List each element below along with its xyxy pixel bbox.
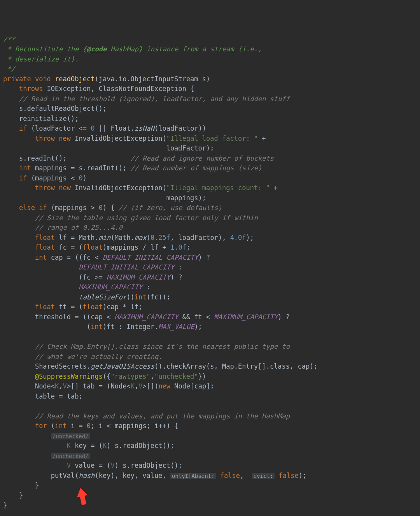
call: readObject [131,462,170,469]
static-call: hash [79,472,95,479]
type: InvalidObjectException [75,184,162,192]
var: s [115,442,119,450]
keyword: if [19,124,27,132]
var: cap [51,254,63,261]
code-editor[interactable]: /** * Reconstitute the {@code HashMap} i… [3,35,417,511]
type: Node [110,382,126,390]
var: cap [298,362,310,370]
var: mappings [35,174,67,182]
keyword: throw [35,184,55,192]
type: ClassNotFoundException [99,85,186,93]
number: 4.0f [230,234,246,241]
call: readObject [122,442,162,450]
generic: K [103,442,107,450]
javadoc-tag: @code [87,45,107,53]
call: readInt [87,164,115,172]
var: mappings [166,194,198,202]
keyword: throws [19,85,43,93]
keyword: new [59,135,71,142]
var: loadFactor [166,144,206,152]
constant: MAX_VALUE [158,323,194,331]
call: readInt [27,154,55,162]
var: lf [59,234,66,241]
constant: MAXIMUM_CAPACITY [107,273,170,281]
keyword: float [35,234,55,241]
comment: // Read number of mappings (size) [131,164,262,172]
var: i [71,422,75,430]
type: Node [174,382,190,390]
string: "rawtypes" [110,373,150,380]
var: mappings [35,164,67,172]
comment: // Read in the threshold (ignored), load… [19,95,290,103]
var: loadFactor [158,124,198,132]
comment: // Read and ignore number of buckets [131,154,274,162]
keyword: new [59,184,71,192]
generic: K [55,382,59,390]
keyword: new [158,382,170,390]
number: 0 [87,422,91,430]
type: IOException [47,85,91,93]
string: "Illegal load factor: " [166,135,258,142]
var: lf [150,243,158,251]
static-call: isNaN [135,124,154,132]
keyword: else [19,204,35,212]
param-hint: onlyIfAbsent: [170,473,216,479]
type: Entry [238,362,258,370]
var: key [99,472,111,479]
keyword: private [3,75,31,83]
type: InvalidObjectException [75,135,162,142]
static-call: getJavaOISAccess [91,362,154,370]
keyword: float [83,243,103,251]
keyword: float [35,303,55,311]
number: 0 [91,124,94,132]
var: value [142,472,162,479]
constant: DEFAULT_INITIAL_CAPACITY [79,263,174,271]
comment: // Size the table using given load facto… [35,214,258,222]
comment: // what we're actually creating. [35,353,163,360]
var: cap [194,382,206,390]
keyword: for [35,422,47,430]
inspection-hint: /unchecked/ [51,453,90,459]
var: loadFactor [35,124,75,132]
keyword: false [220,472,240,479]
var: mappings [55,204,87,212]
var: s [19,105,23,112]
keyword: if [39,204,47,212]
annotation: @SuppressWarnings [35,373,103,380]
generic: V [138,382,142,390]
comment: // Check Map.Entry[].class since it's th… [35,343,290,350]
var: ft [107,323,114,331]
var: value [75,462,94,469]
keyword: if [19,174,27,182]
var: lf [131,303,138,311]
javadoc-line: * Reconstitute the { [3,45,87,53]
var: mappings [107,243,138,251]
call: putVal [51,472,75,479]
call: defaultReadObject [27,105,94,112]
var: key [122,472,135,479]
number: 0.25f [150,234,170,241]
keyword: float [83,303,103,311]
constant: MAXIMUM_CAPACITY [115,313,178,321]
var: mappings [115,422,147,430]
type: Math [115,234,131,241]
comment: // (if zero, use defaults) [119,204,222,212]
var: i [154,422,158,430]
keyword: throw [35,135,55,142]
javadoc-line: * deserialize it). [3,55,79,63]
param-hint: evict: [252,473,275,479]
number: 0 [79,174,83,182]
var: fc [83,254,91,261]
var: s [122,462,126,469]
var: ft [59,303,66,311]
generic: K [131,382,135,390]
var: s [19,154,23,162]
string: "unchecked" [154,373,198,380]
keyword: false [279,472,299,479]
var: tab [83,382,95,390]
static-call: tableSizeFor [79,293,126,301]
generic: V [63,382,67,390]
javadoc-line: */ [3,65,15,73]
comment: // range of 0.25...4.0 [35,224,122,231]
static-call: max [135,234,147,241]
